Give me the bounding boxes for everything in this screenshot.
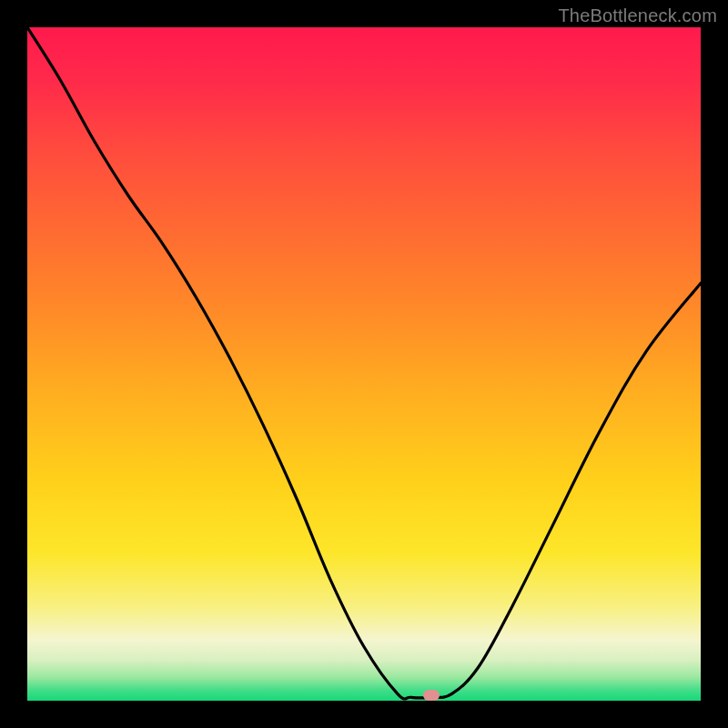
bottleneck-curve xyxy=(27,27,701,701)
optimal-marker xyxy=(423,690,440,701)
plot-area xyxy=(27,27,701,701)
chart-frame: TheBottleneck.com xyxy=(0,0,728,728)
watermark-text: TheBottleneck.com xyxy=(558,5,717,26)
